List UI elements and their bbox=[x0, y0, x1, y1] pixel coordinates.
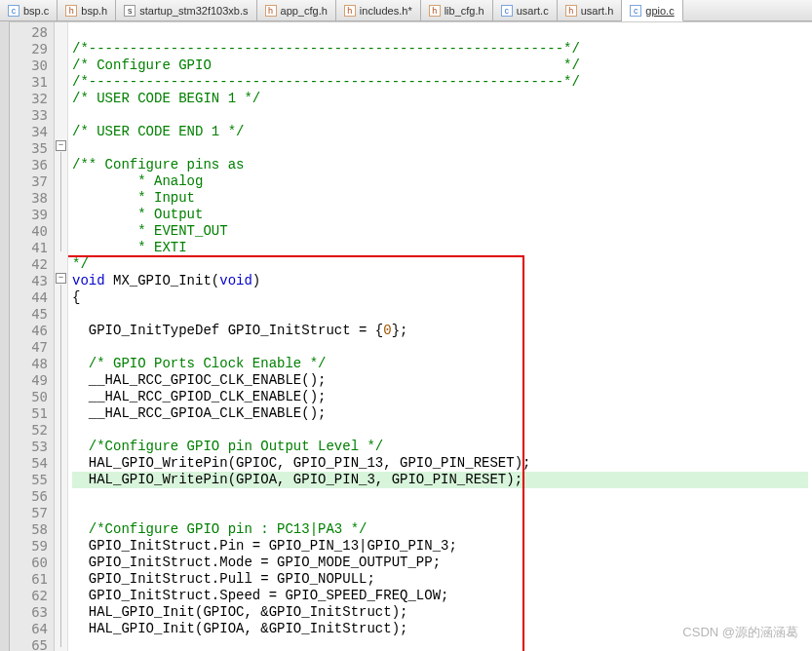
line-number: 40 bbox=[10, 223, 54, 240]
line-number: 46 bbox=[10, 323, 54, 339]
editor-window: cbsp.chbsp.hsstartup_stm32f103xb.shapp_c… bbox=[0, 0, 812, 651]
code-line: __HAL_RCC_GPIOA_CLK_ENABLE(); bbox=[72, 405, 326, 421]
fold-guide bbox=[60, 152, 61, 251]
line-number: 64 bbox=[10, 621, 54, 637]
function-name: MX_GPIO_Init bbox=[105, 273, 212, 288]
file-icon: h bbox=[344, 5, 356, 17]
code-line: __HAL_RCC_GPIOC_CLK_ENABLE(); bbox=[72, 372, 326, 388]
keyword: void bbox=[219, 273, 252, 288]
tab-label: usart.c bbox=[517, 5, 549, 17]
code-line: HAL_GPIO_Init(GPIOC, &GPIO_InitStruct); bbox=[72, 604, 407, 620]
line-number: 61 bbox=[10, 571, 54, 588]
line-number: 45 bbox=[10, 306, 54, 323]
tab-label: includes.h* bbox=[360, 5, 412, 17]
file-icon: h bbox=[265, 5, 277, 17]
tab-includes-h[interactable]: hincludes.h* bbox=[336, 0, 421, 20]
comment: /*--------------------------------------… bbox=[72, 41, 580, 57]
code-line: GPIO_InitStruct.Speed = GPIO_SPEED_FREQ_… bbox=[72, 588, 448, 603]
line-number: 32 bbox=[10, 91, 54, 107]
tab-label: usart.h bbox=[581, 5, 614, 17]
file-icon: c bbox=[8, 5, 19, 17]
line-number: 55 bbox=[10, 472, 54, 488]
tab-gpio-c[interactable]: cgpio.c bbox=[622, 0, 682, 21]
tab-bsp-c[interactable]: cbsp.c bbox=[0, 0, 58, 20]
comment: * EVENT_OUT bbox=[72, 223, 228, 239]
tab-usart-h[interactable]: husart.h bbox=[558, 0, 623, 20]
comment: */ bbox=[72, 256, 89, 272]
line-number: 54 bbox=[10, 455, 54, 472]
line-number: 56 bbox=[10, 488, 54, 505]
paren: ) bbox=[252, 273, 260, 288]
line-gutter: 2829303132333435363738394041424344454647… bbox=[10, 22, 55, 651]
tab-usart-c[interactable]: cusart.c bbox=[493, 0, 558, 20]
file-icon: c bbox=[630, 5, 641, 17]
comment: * EXTI bbox=[72, 240, 187, 255]
code-line: }; bbox=[392, 323, 408, 338]
line-number: 44 bbox=[10, 289, 54, 306]
line-number: 63 bbox=[10, 604, 54, 621]
line-number: 34 bbox=[10, 124, 54, 140]
comment: /*Configure GPIO pin Output Level */ bbox=[72, 439, 383, 454]
file-icon: h bbox=[429, 5, 441, 17]
line-number: 42 bbox=[10, 256, 54, 273]
line-number: 52 bbox=[10, 422, 54, 439]
tab-label: startup_stm32f103xb.s bbox=[139, 5, 248, 17]
paren: ( bbox=[212, 273, 219, 288]
line-number: 43 bbox=[10, 273, 54, 289]
line-number: 59 bbox=[10, 538, 54, 555]
comment: /* GPIO Ports Clock Enable */ bbox=[72, 356, 326, 371]
comment: * Input bbox=[72, 190, 203, 206]
line-number: 62 bbox=[10, 588, 54, 604]
line-number: 29 bbox=[10, 41, 54, 57]
number: 0 bbox=[383, 323, 391, 338]
file-icon: s bbox=[124, 5, 135, 17]
code-area: 2829303132333435363738394041424344454647… bbox=[10, 21, 812, 651]
tab-startup-stm32f103xb-s[interactable]: sstartup_stm32f103xb.s bbox=[116, 0, 256, 20]
tab-label: bsp.c bbox=[23, 5, 49, 17]
line-number: 48 bbox=[10, 356, 54, 372]
tab-label: lib_cfg.h bbox=[445, 5, 484, 17]
fold-toggle-icon[interactable]: − bbox=[56, 140, 66, 151]
line-number: 36 bbox=[10, 157, 54, 173]
code-content[interactable]: /*--------------------------------------… bbox=[68, 22, 812, 651]
line-number: 30 bbox=[10, 57, 54, 74]
tab-lib-cfg-h[interactable]: hlib_cfg.h bbox=[421, 0, 493, 20]
line-number: 33 bbox=[10, 107, 54, 124]
debug-strip bbox=[0, 21, 10, 651]
tab-label: gpio.c bbox=[645, 5, 674, 17]
comment: /*Configure GPIO pin : PC13|PA3 */ bbox=[72, 521, 367, 537]
line-number: 50 bbox=[10, 389, 54, 405]
tab-label: bsp.h bbox=[81, 5, 107, 17]
code-line: GPIO_InitStruct.Pin = GPIO_PIN_13|GPIO_P… bbox=[72, 538, 457, 554]
line-number: 38 bbox=[10, 190, 54, 207]
fold-toggle-icon[interactable]: − bbox=[56, 273, 66, 284]
line-number: 53 bbox=[10, 439, 54, 455]
file-icon: h bbox=[565, 5, 577, 17]
code-line: HAL_GPIO_WritePin(GPIOC, GPIO_PIN_13, GP… bbox=[72, 455, 530, 471]
line-number: 28 bbox=[10, 24, 54, 41]
line-number: 47 bbox=[10, 339, 54, 356]
line-number: 51 bbox=[10, 405, 54, 422]
code-line: __HAL_RCC_GPIOD_CLK_ENABLE(); bbox=[72, 389, 326, 404]
line-number: 41 bbox=[10, 240, 54, 256]
file-icon: h bbox=[65, 5, 77, 17]
comment: /** Configure pins as bbox=[72, 157, 252, 172]
comment: /* Configure GPIO */ bbox=[72, 57, 580, 73]
line-number: 60 bbox=[10, 555, 54, 571]
line-number: 58 bbox=[10, 521, 54, 538]
code-line: HAL_GPIO_Init(GPIOA, &GPIO_InitStruct); bbox=[72, 621, 407, 636]
comment: /* USER CODE END 1 */ bbox=[72, 124, 244, 139]
line-number: 35 bbox=[10, 140, 54, 157]
brace: { bbox=[72, 289, 80, 305]
code-line: GPIO_InitTypeDef GPIO_InitStruct = { bbox=[72, 323, 383, 338]
comment: /*--------------------------------------… bbox=[72, 74, 580, 90]
code-line: HAL_GPIO_WritePin(GPIOA, GPIO_PIN_3, GPI… bbox=[72, 472, 522, 487]
tab-bsp-h[interactable]: hbsp.h bbox=[58, 0, 116, 20]
line-number: 49 bbox=[10, 372, 54, 389]
line-number: 65 bbox=[10, 637, 54, 651]
code-line: GPIO_InitStruct.Mode = GPIO_MODE_OUTPUT_… bbox=[72, 555, 441, 570]
tab-label: app_cfg.h bbox=[281, 5, 328, 17]
tab-app-cfg-h[interactable]: happ_cfg.h bbox=[257, 0, 336, 20]
line-number: 57 bbox=[10, 505, 54, 521]
file-icon: c bbox=[501, 5, 513, 17]
